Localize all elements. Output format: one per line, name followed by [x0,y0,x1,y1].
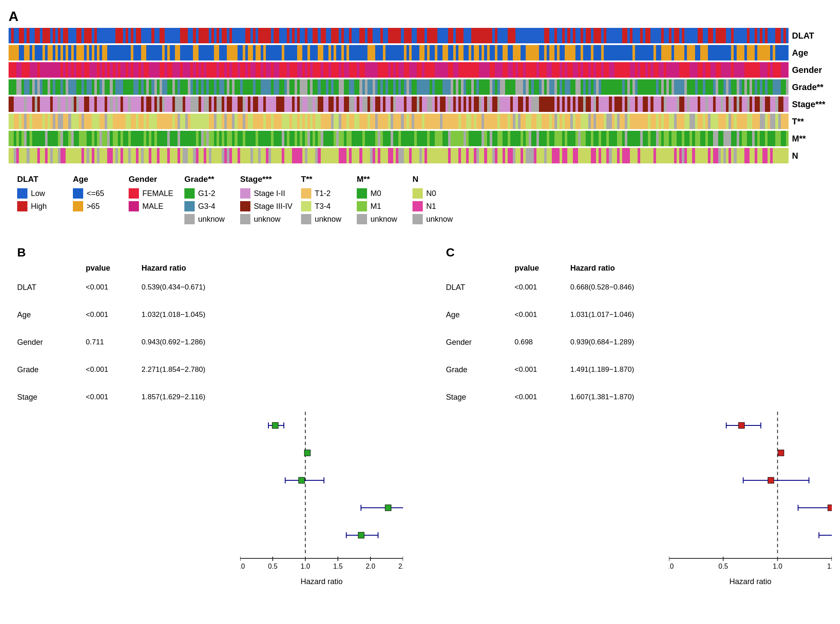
legend-item-label: unknow [198,215,225,224]
forest-row-pvalue: 0.698 [515,338,570,347]
svg-text:2.0: 2.0 [366,563,375,570]
svg-text:1.5: 1.5 [333,563,343,570]
heatmap-row-label: DLAT [789,28,831,43]
forest-row-hr: 0.539(0.434−0.671) [142,283,240,292]
forest-axis: 0.00.51.01.5 [669,557,832,576]
heatmap-row-label: T** [789,114,831,129]
heatmap-row: Grade** [9,79,831,95]
svg-text:1.0: 1.0 [773,563,782,570]
forest-svg-wrap [669,412,832,555]
forest-row-name: Stage [17,393,86,402]
forest-data-row: DLAT<0.0010.539(0.434−0.671) [17,274,403,300]
forest-plot-svg [240,412,403,553]
forest-data-row: Age<0.0011.032(1.018−1.045) [17,302,403,328]
legend-group-title: Grade** [184,175,232,184]
heatmap-row-label: Grade** [789,79,831,95]
forest-data-row: Grade<0.0012.271(1.854−2.780) [17,357,403,383]
forest-row-pvalue: <0.001 [515,393,570,401]
legend-item-label: Stage I-II [254,189,285,198]
legend-item: M0 [357,188,404,199]
forest-row-pvalue: <0.001 [86,310,142,319]
forest-row-name: Grade [17,365,86,374]
svg-rect-16 [385,505,391,511]
legend-item: N0 [412,188,460,199]
forest-data-row: Age<0.0011.031(1.017−1.046) [446,302,832,328]
legend-item: unknow [184,214,232,224]
forest-data-row: Stage<0.0011.607(1.381−1.870) [446,384,832,410]
legend-item-label: Stage III-IV [254,202,292,211]
forest-row-hr: 1.491(1.189−1.870) [570,365,669,374]
forest-row-name: DLAT [446,283,515,292]
legend-group-title: M** [357,175,404,184]
legend-item-label: >65 [87,202,100,211]
forest-row-pvalue: 0.711 [86,338,142,347]
legend-item: unknow [412,214,460,224]
legend-item-label: T3-4 [315,202,331,211]
svg-text:1.0: 1.0 [301,563,310,570]
legend-item: Low [17,188,64,199]
legend-item-label: unknow [315,215,341,224]
legend-item: N1 [412,201,460,211]
legend-group-title: Age [73,175,120,184]
forest-data-row: DLAT<0.0010.668(0.528−0.846) [446,274,832,300]
legend-color-box [184,201,195,211]
svg-text:0.0: 0.0 [669,563,674,570]
legend-item-label: Low [31,189,45,198]
legend-item: unknow [301,214,348,224]
legend-color-box [17,188,27,199]
svg-rect-12 [298,477,304,483]
heatmap-rows: DLATAgeGenderGrade**Stage***T**M**N [9,28,831,163]
legend-item-label: T1-2 [315,189,331,198]
heatmap-row-label: Gender [789,62,831,78]
forest-row-name: DLAT [17,283,86,292]
legend-item: Stage III-IV [240,201,292,211]
panel-b-label: B [17,246,403,259]
legend-item-label: unknow [426,215,453,224]
forest-data-row: Stage<0.0011.857(1.629−2.116) [17,384,403,410]
legend-item-label: G1-2 [198,189,215,198]
legend-group-title: DLAT [17,175,64,184]
legend-item-label: MALE [142,202,163,211]
legend-item: G1-2 [184,188,232,199]
legend-item: Stage I-II [240,188,292,199]
legend-color-box [129,201,139,211]
forest-axis: 0.00.51.01.52.02.5 [240,557,403,576]
heatmap-row-label: Stage*** [789,96,831,112]
forest-row-hr: 0.668(0.528−0.846) [570,283,669,292]
legend-group-title: N [412,175,460,184]
svg-rect-8 [304,450,310,456]
legend-color-box [301,214,311,224]
heatmap-row: N [9,148,831,163]
forest-row-hr: 0.943(0.692−1.286) [142,338,240,347]
panel-a-label: A [9,9,831,24]
legend-group: T**T1-2T3-4unknow [301,175,348,224]
svg-text:0.5: 0.5 [268,563,277,570]
forest-row-pvalue: <0.001 [515,365,570,374]
forest-row-hr: 1.031(1.017−1.046) [570,310,669,319]
legend-item: unknow [240,214,292,224]
forest-row-hr: 1.607(1.381−1.870) [570,393,669,401]
legend-color-box [412,201,423,211]
svg-rect-42 [778,450,784,456]
legend-group: M**M0M1unknow [357,175,404,224]
forest-row-hr: 1.032(1.018−1.045) [142,310,240,319]
forest-row-name: Gender [446,338,515,347]
header-pvalue: pvalue [515,264,570,273]
svg-text:0.5: 0.5 [719,563,728,570]
legend-color-box [129,188,139,199]
forest-data-row: Gender0.6980.939(0.684−1.289) [446,329,832,355]
bc-container: B pvalueHazard ratioDLAT<0.0010.539(0.43… [9,241,831,591]
header-hr: Hazard ratio [570,264,669,273]
legend-color-box [17,201,27,211]
legend-item: MALE [129,201,176,211]
svg-rect-46 [768,477,774,483]
forest-row-pvalue: <0.001 [515,283,570,292]
forest-row-hr: 2.271(1.854−2.780) [142,365,240,374]
legend-item: G3-4 [184,201,232,211]
header-hr: Hazard ratio [142,264,240,273]
forest-row-pvalue: <0.001 [86,283,142,292]
legend-item-label: unknow [370,215,397,224]
legend-item: FEMALE [129,188,176,199]
svg-rect-4 [272,422,278,428]
heatmap-row: DLAT [9,28,831,43]
